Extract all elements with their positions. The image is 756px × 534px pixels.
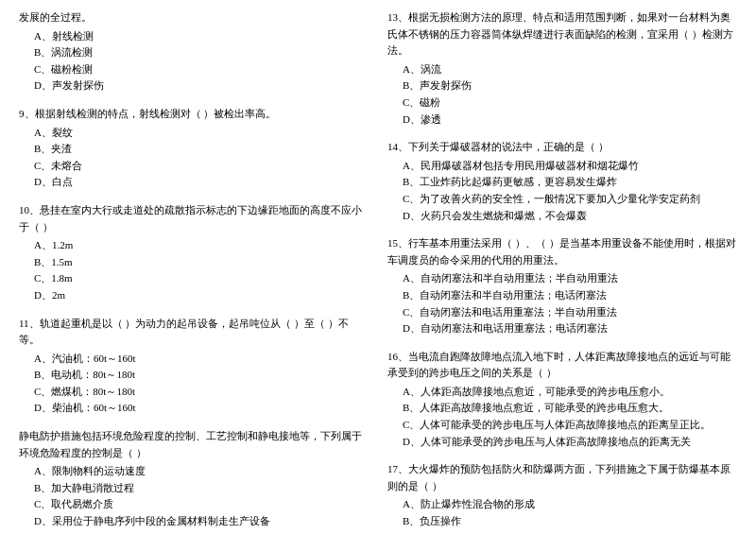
q11-option-a: A、汽油机：60t～160t bbox=[19, 351, 369, 368]
q16-option-d: D、人体可能承受的跨步电压与人体距高故障接地点的距离无关 bbox=[387, 434, 737, 451]
question-9: 9、根据射线检测的特点，射线检测对（ ）被检出率高。 A、裂纹 B、夹渣 C、未… bbox=[19, 106, 369, 191]
q9-option-d: D、白点 bbox=[19, 174, 369, 191]
q16-option-b: B、人体距高故障接地点愈近，可能承受的跨步电压愈大。 bbox=[387, 400, 737, 417]
question-intro: 发展的全过程。 A、射线检测 B、涡流检测 C、磁粉检测 D、声发射探伤 bbox=[19, 9, 369, 95]
q17-option-b: B、负压操作 bbox=[387, 513, 737, 530]
q15-option-d: D、自动闭塞法和电话用重塞法；电话闭塞法 bbox=[387, 320, 737, 337]
q15-text: 15、行车基本用重法采用（ ）、（ ）是当基本用重设备不能使用时，根据对车调度员… bbox=[387, 235, 737, 268]
q10-option-b: B、1.5m bbox=[19, 254, 369, 271]
option-d: D、声发射探伤 bbox=[19, 78, 369, 95]
q10-text: 10、悬挂在室内大行或走道处的疏散指示标志的下边缘距地面的高度不应小于（ ） bbox=[19, 202, 369, 235]
q13-option-c: C、磁粉 bbox=[387, 95, 737, 112]
q10-option-c: C、1.8m bbox=[19, 270, 369, 287]
q15-option-b: B、自动闭塞法和半自动用重法；电话闭塞法 bbox=[387, 287, 737, 304]
intro-text: 发展的全过程。 bbox=[19, 9, 369, 26]
question-13: 13、根据无损检测方法的原理、特点和适用范围判断，如果对一台材料为奥氏体不锈钢的… bbox=[387, 9, 737, 128]
question-15: 15、行车基本用重法采用（ ）、（ ）是当基本用重设备不能使用时，根据对车调度员… bbox=[387, 235, 737, 337]
question-17: 17、大火爆炸的预防包括防火和防爆两方面，下列措施之下属于防爆基本原则的是（ ）… bbox=[387, 461, 737, 529]
q13-option-d: D、渗透 bbox=[387, 112, 737, 129]
q14-option-d: D、火药只会发生燃烧和爆燃，不会爆轰 bbox=[387, 208, 737, 225]
q16-option-a: A、人体距高故障接地点愈近，可能承受的跨步电压愈小。 bbox=[387, 384, 737, 401]
q13-text: 13、根据无损检测方法的原理、特点和适用范围判断，如果对一台材料为奥氏体不锈钢的… bbox=[387, 9, 737, 60]
q16-text: 16、当电流自跑降故障地点流入地下时，人体距离故障接地点的远近与可能承受到的跨步… bbox=[387, 349, 737, 382]
q14-option-b: B、工业炸药比起爆药更敏感，更容易发生爆炸 bbox=[387, 174, 737, 191]
q10-option-a: A、1.2m bbox=[19, 237, 369, 254]
q11-option-b: B、电动机：80t～180t bbox=[19, 367, 369, 384]
q14-option-c: C、为了改善火药的安全性，一般情况下要加入少量化学安定药剂 bbox=[387, 191, 737, 208]
q9-text: 9、根据射线检测的特点，射线检测对（ ）被检出率高。 bbox=[19, 106, 369, 123]
question-10: 10、悬挂在室内大行或走道处的疏散指示标志的下边缘距地面的高度不应小于（ ） A… bbox=[19, 202, 369, 304]
question-11: 11、轨道起重机是以（ ）为动力的起吊设备，起吊吨位从（ ）至（ ）不等。 A、… bbox=[19, 316, 369, 418]
right-column: 13、根据无损检测方法的原理、特点和适用范围判断，如果对一台材料为奥氏体不锈钢的… bbox=[387, 9, 737, 534]
q9-option-b: B、夹渣 bbox=[19, 141, 369, 158]
q12-option-d: D、采用位于静电序列中段的金属材料制走生产设备 bbox=[19, 513, 369, 530]
q11-option-d: D、柴油机：60t～160t bbox=[19, 400, 369, 417]
q17-option-a: A、防止爆炸性混合物的形成 bbox=[387, 496, 737, 513]
q16-option-c: C、人体可能承受的跨步电压与人体距高故障接地点的距离呈正比。 bbox=[387, 417, 737, 434]
q14-option-a: A、民用爆破器材包括专用民用爆破器材和烟花爆竹 bbox=[387, 158, 737, 175]
q15-option-c: C、自动闭塞法和电话用重塞法；半自动用重法 bbox=[387, 304, 737, 321]
q15-option-a: A、自动闭塞法和半自动用重法；半自动用重法 bbox=[387, 270, 737, 287]
question-16: 16、当电流自跑降故障地点流入地下时，人体距离故障接地点的远近与可能承受到的跨步… bbox=[387, 349, 737, 451]
q17-text: 17、大火爆炸的预防包括防火和防爆两方面，下列措施之下属于防爆基本原则的是（ ） bbox=[387, 461, 737, 494]
q11-text: 11、轨道起重机是以（ ）为动力的起吊设备，起吊吨位从（ ）至（ ）不等。 bbox=[19, 316, 369, 349]
q12-text: 静电防护措施包括环境危险程度的控制、工艺控制和静电接地等，下列属于环境危险程度的… bbox=[19, 428, 369, 461]
question-12: 静电防护措施包括环境危险程度的控制、工艺控制和静电接地等，下列属于环境危险程度的… bbox=[19, 428, 369, 530]
option-a: A、射线检测 bbox=[19, 28, 369, 45]
option-b: B、涡流检测 bbox=[19, 44, 369, 61]
q12-option-a: A、限制物料的运动速度 bbox=[19, 463, 369, 480]
q13-option-a: A、涡流 bbox=[387, 61, 737, 78]
q10-option-d: D、2m bbox=[19, 287, 369, 304]
q11-option-c: C、燃煤机：80t～180t bbox=[19, 384, 369, 401]
q9-option-a: A、裂纹 bbox=[19, 125, 369, 142]
q9-option-c: C、未熔合 bbox=[19, 158, 369, 175]
q13-option-b: B、声发射探伤 bbox=[387, 78, 737, 95]
q12-option-c: C、取代易燃介质 bbox=[19, 496, 369, 513]
question-14: 14、下列关于爆破器材的说法中，正确的是（ ） A、民用爆破器材包括专用民用爆破… bbox=[387, 139, 737, 224]
page-container: 发展的全过程。 A、射线检测 B、涡流检测 C、磁粉检测 D、声发射探伤 9、根… bbox=[19, 9, 737, 534]
q12-option-b: B、加大静电消散过程 bbox=[19, 480, 369, 497]
q14-text: 14、下列关于爆破器材的说法中，正确的是（ ） bbox=[387, 139, 737, 156]
option-c: C、磁粉检测 bbox=[19, 61, 369, 78]
left-column: 发展的全过程。 A、射线检测 B、涡流检测 C、磁粉检测 D、声发射探伤 9、根… bbox=[19, 9, 369, 534]
